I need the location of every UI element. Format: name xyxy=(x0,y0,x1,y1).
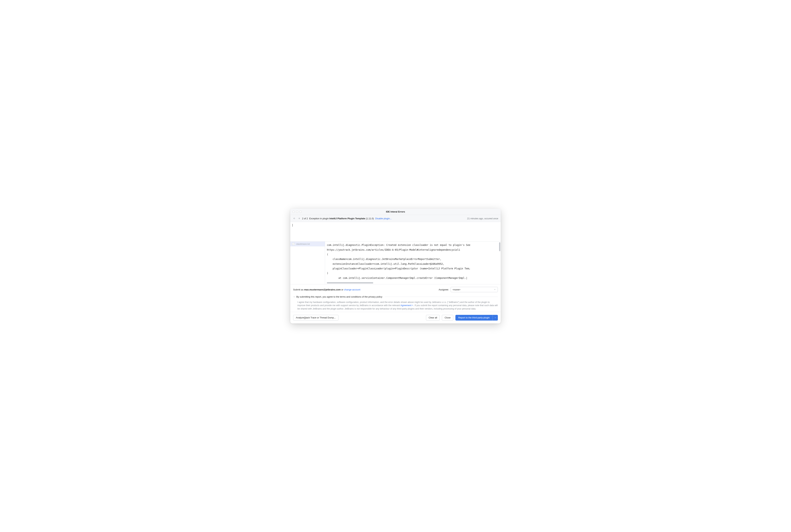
analyze-after: tack Trace or Thread Dump... xyxy=(306,316,336,319)
error-nav-bar: 2 of 2 Exception in plugin IntelliJ Plat… xyxy=(290,215,501,222)
chevron-down-icon xyxy=(293,296,295,298)
disclosure-heading: By submitting this report, you agree to … xyxy=(296,296,382,298)
disable-plugin-link[interactable]: Disable plugin... xyxy=(375,217,392,220)
prev-error-button[interactable] xyxy=(293,217,296,220)
report-dropdown-button[interactable] xyxy=(492,315,498,321)
attachments-split: stacktrace.txt com.intellij.diagnostic.P… xyxy=(290,242,501,284)
chevron-down-icon xyxy=(494,288,496,291)
attachment-item[interactable]: stacktrace.txt xyxy=(290,242,325,246)
submit-as-text: Submit as max.mustermann@jetbrains.com o… xyxy=(293,288,360,291)
dialog-footer: Analyze Stack Trace or Thread Dump... Cl… xyxy=(290,312,501,323)
exception-prefix: Exception in plugin xyxy=(309,217,329,220)
chevron-down-icon xyxy=(494,317,496,319)
agreement-link[interactable]: Agreement xyxy=(400,304,413,307)
privacy-disclosure-toggle[interactable]: By submitting this report, you agree to … xyxy=(293,295,498,299)
titlebar[interactable]: IDE Interal Errors xyxy=(290,209,501,215)
traffic-lights xyxy=(293,211,302,213)
error-counter: 2 of 2 xyxy=(302,217,308,220)
window-title: IDE Interal Errors xyxy=(290,210,501,213)
window-minimize-icon[interactable] xyxy=(296,211,298,213)
change-account-link[interactable]: change account xyxy=(344,288,360,291)
exception-text: Exception in plugin IntelliJ Platform Pl… xyxy=(309,217,374,220)
form-area: Submit as max.mustermann@jetbrains.com o… xyxy=(290,284,501,312)
next-error-button[interactable] xyxy=(297,217,301,220)
submit-email: max.mustermann@jetbrains.com xyxy=(304,288,341,291)
error-timestamp: 21 minutes ago, occured once xyxy=(467,217,498,220)
horizontal-scrollbar[interactable] xyxy=(327,282,373,283)
assignee-select[interactable]: <none> xyxy=(451,287,498,292)
report-label: Report to the third-party-plugin xyxy=(458,316,490,319)
assignee-row: Assignee: <none> xyxy=(439,287,498,292)
comment-textarea[interactable] xyxy=(290,222,501,242)
dialog-window: IDE Interal Errors 2 of 2 Exception in p… xyxy=(290,209,501,323)
clear-label: Clear all xyxy=(429,316,437,319)
analyze-mnemonic: S xyxy=(304,316,306,319)
plugin-version: (1.11.0) xyxy=(365,217,374,220)
vertical-scrollbar[interactable] xyxy=(499,242,500,251)
divider xyxy=(385,297,498,297)
plugin-name: IntelliJ Platform Plugin Template xyxy=(329,217,365,220)
analyze-stack-trace-button[interactable]: Analyze Stack Trace or Thread Dump... xyxy=(293,315,338,321)
external-link-icon xyxy=(412,305,413,306)
window-zoom-icon[interactable] xyxy=(300,211,302,213)
stacktrace-pane[interactable]: com.intellij.diagnostic.PluginException:… xyxy=(325,242,501,284)
close-label: Close xyxy=(445,316,450,319)
stacktrace-text: com.intellij.diagnostic.PluginException:… xyxy=(325,242,501,283)
analyze-before: Analyze xyxy=(296,316,304,319)
agreement-link-text: Agreement xyxy=(400,304,411,307)
report-button[interactable]: Report to the third-party-plugin xyxy=(455,315,492,321)
close-button[interactable]: Close xyxy=(442,315,453,321)
attachments-list: stacktrace.txt xyxy=(290,242,325,284)
privacy-legal-text: I agree that my hardware configuration, … xyxy=(293,299,498,312)
assignee-label: Assignee: xyxy=(439,288,449,291)
submit-or: or xyxy=(341,288,344,291)
window-close-icon[interactable] xyxy=(293,211,295,213)
clear-all-button[interactable]: Clear all xyxy=(426,315,440,321)
report-button-group: Report to the third-party-plugin xyxy=(455,315,498,321)
submit-prefix: Submit as xyxy=(293,288,304,291)
attachment-checkbox[interactable] xyxy=(292,243,295,245)
assignee-value: <none> xyxy=(453,288,460,291)
attachment-label: stacktrace.txt xyxy=(296,243,310,245)
